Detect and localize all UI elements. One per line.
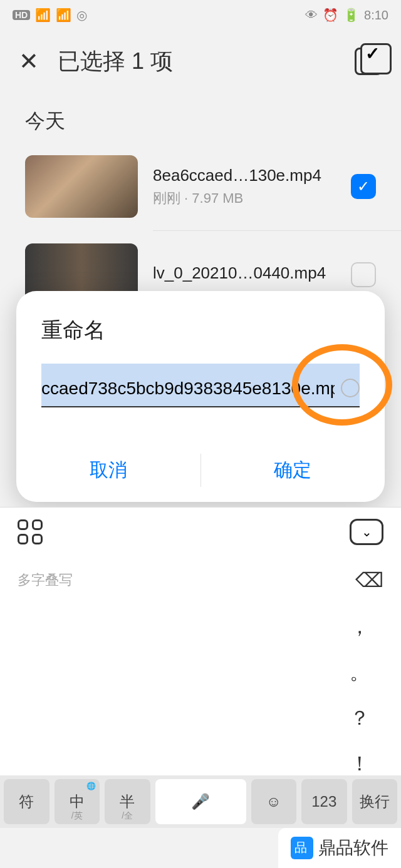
punct-key[interactable]: 。 [350,659,370,687]
signal-icon: 📶 [35,8,51,23]
file-info: 8ea6ccaed…130e.mp4 刚刚 · 7.97 MB [153,166,336,208]
grid-icon[interactable] [18,519,43,544]
keyboard-bottom-row: 符 🌐中/英 半/全 🎤 ☺ 123 换行 [0,775,401,828]
status-right: 👁 ⏰ 🔋 8:10 [305,8,388,23]
hd-icon: HD [13,10,30,20]
watermark: 鼎品软件 [278,828,401,868]
nfc-icon: ◎ [76,8,87,23]
punct-key[interactable]: ， [350,613,370,641]
dialog-title: 重命名 [16,316,385,364]
video-thumbnail [25,155,138,218]
filename-input[interactable] [41,364,360,407]
enter-key[interactable]: 换行 [352,779,398,824]
section-today: 今天 [0,93,401,150]
keyboard-punctuation: ， 。 ？ ！ [0,605,401,787]
file-meta: 刚刚 · 7.97 MB [153,189,336,208]
selection-header: ✕ 已选择 1 项 [0,30,401,93]
file-info: lv_0_20210…0440.mp4 [153,263,336,287]
select-all-button[interactable] [355,48,382,75]
divider [153,230,401,231]
close-icon[interactable]: ✕ [19,48,39,75]
file-name: 8ea6ccaed…130e.mp4 [153,166,336,185]
cancel-button[interactable]: 取消 [16,439,200,502]
header-title: 已选择 1 项 [58,46,336,77]
status-bar: HD 📶 📶 ◎ 👁 ⏰ 🔋 8:10 [0,0,401,30]
watermark-logo-icon [291,837,313,859]
battery-icon: 🔋 [343,8,359,23]
keyboard-toolbar: ⌄ [0,507,401,556]
clock: 8:10 [364,8,388,23]
dialog-buttons: 取消 确定 [16,439,385,502]
clear-icon[interactable] [341,379,360,397]
symbol-key[interactable]: 符 [4,779,49,824]
keyboard-suggestion-bar: 多字叠写 ⌫ [0,556,401,605]
suggestion-text: 多字叠写 [18,571,73,590]
eye-icon: 👁 [305,8,318,23]
file-item[interactable]: 8ea6ccaed…130e.mp4 刚刚 · 7.97 MB ✓ [0,150,401,223]
lang-key[interactable]: 🌐中/英 [55,779,100,824]
input-wrapper [16,364,385,407]
punct-key[interactable]: ？ [350,705,370,732]
emoji-key[interactable]: ☺ [251,779,297,824]
voice-key[interactable]: 🎤 [155,779,246,824]
punct-key[interactable]: ！ [350,750,370,778]
confirm-button[interactable]: 确定 [201,439,385,502]
file-checkbox[interactable] [351,262,376,287]
alarm-icon: ⏰ [323,8,338,23]
status-left: HD 📶 📶 ◎ [13,8,87,23]
width-key[interactable]: 半/全 [105,779,150,824]
file-checkbox[interactable]: ✓ [351,174,376,199]
wifi-icon: 📶 [56,8,71,23]
backspace-icon[interactable]: ⌫ [355,568,383,592]
number-key[interactable]: 123 [301,779,347,824]
collapse-keyboard-icon[interactable]: ⌄ [350,519,383,545]
watermark-text: 鼎品软件 [318,836,388,860]
rename-dialog: 重命名 取消 确定 [16,291,385,502]
file-name: lv_0_20210…0440.mp4 [153,263,336,283]
